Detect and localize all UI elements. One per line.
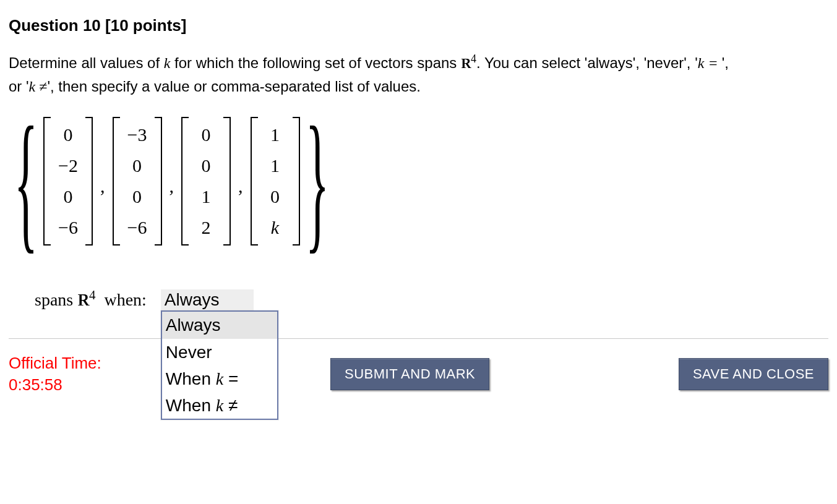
left-sq-bracket-icon <box>251 117 258 246</box>
variable-k: k <box>216 369 223 388</box>
right-sq-bracket-icon <box>85 117 93 246</box>
neq-symbol: ≠ <box>39 79 47 95</box>
dropdown-list: Always Never When k = When k ≠ <box>161 310 278 420</box>
right-sq-bracket-icon <box>155 117 162 246</box>
left-sq-bracket-icon <box>43 117 51 246</box>
vector-entry: 0 <box>192 119 220 150</box>
option-text: ≠ <box>223 396 238 415</box>
submit-and-mark-button[interactable]: SUBMIT AND MARK <box>330 358 489 390</box>
time-value: 0:35:58 <box>9 374 145 396</box>
blackboard-R: R <box>461 52 471 75</box>
option-text: When <box>166 396 216 415</box>
comma: , <box>93 176 113 197</box>
prompt-text: for which the following set of vectors s… <box>170 54 461 71</box>
vector-entry: 0 <box>262 181 289 212</box>
vector-entry: 0 <box>54 119 82 150</box>
comma: , <box>162 176 182 197</box>
vector-entry: −6 <box>124 212 151 243</box>
variable-k: k <box>164 55 171 71</box>
right-sq-bracket-icon <box>223 117 231 246</box>
vector-set: { 0 −2 0 −6 , −3 0 0 −6 , <box>9 117 828 246</box>
prompt-text: ', then specify a value or comma-separat… <box>47 78 421 95</box>
vector-entry: 2 <box>192 212 220 243</box>
variable-k: k <box>216 396 223 415</box>
question-prompt: Determine all values of k for which the … <box>9 51 739 98</box>
right-sq-bracket-icon <box>293 117 300 246</box>
question-title: Question 10 [10 points] <box>9 16 828 35</box>
option-k-neq-k: k <box>29 79 40 95</box>
vector-entry: 1 <box>262 119 289 150</box>
left-sq-bracket-icon <box>181 117 189 246</box>
vector-entry: −2 <box>54 150 82 181</box>
left-sq-bracket-icon <box>113 117 120 246</box>
vector-entry: 0 <box>124 150 151 181</box>
dropdown-option-always[interactable]: Always <box>162 312 277 338</box>
right-brace-icon: } <box>305 119 328 243</box>
vector-4: 1 1 0 k <box>251 117 300 246</box>
official-time: Official Time: 0:35:58 <box>9 352 145 396</box>
vector-entry: 0 <box>124 181 151 212</box>
option-k-equals: k = <box>698 55 722 71</box>
footer-bar: Official Time: 0:35:58 SUBMIT AND MARK S… <box>9 352 828 396</box>
vector-entry-k: k <box>262 212 289 243</box>
vector-entry: 0 <box>192 150 220 181</box>
vector-1: 0 −2 0 −6 <box>43 117 93 246</box>
vector-3: 0 0 1 2 <box>181 117 231 246</box>
vector-entry: 1 <box>192 181 220 212</box>
answer-label: spans <box>35 290 77 309</box>
time-label: Official Time: <box>9 352 145 374</box>
option-text: When <box>166 369 216 388</box>
comma: , <box>231 176 251 197</box>
dropdown-option-k-neq[interactable]: When k ≠ <box>162 392 277 419</box>
vector-entry: 1 <box>262 150 289 181</box>
answer-label: when: <box>95 290 150 309</box>
blackboard-R: R <box>77 290 89 310</box>
option-text: = <box>223 369 238 388</box>
prompt-text: . You can select 'always', 'never', ' <box>476 54 698 71</box>
save-and-close-button[interactable]: SAVE AND CLOSE <box>679 358 828 390</box>
space-R4: R4 <box>461 55 476 71</box>
prompt-text: Determine all values of <box>9 54 164 71</box>
vector-2: −3 0 0 −6 <box>113 117 162 246</box>
exponent-4: 4 <box>471 53 476 65</box>
left-brace-icon: { <box>14 119 38 243</box>
dropdown-option-k-equals[interactable]: When k = <box>162 365 277 392</box>
answer-row: spans R4 when: Always Always Never When … <box>9 270 828 330</box>
vector-entry: −6 <box>54 212 82 243</box>
dropdown-option-never[interactable]: Never <box>162 339 277 365</box>
span-condition-select[interactable]: Always <box>161 289 254 310</box>
vector-entry: 0 <box>54 181 82 212</box>
section-divider <box>9 338 828 339</box>
vector-entry: −3 <box>124 119 151 150</box>
exponent-4: 4 <box>89 288 96 302</box>
